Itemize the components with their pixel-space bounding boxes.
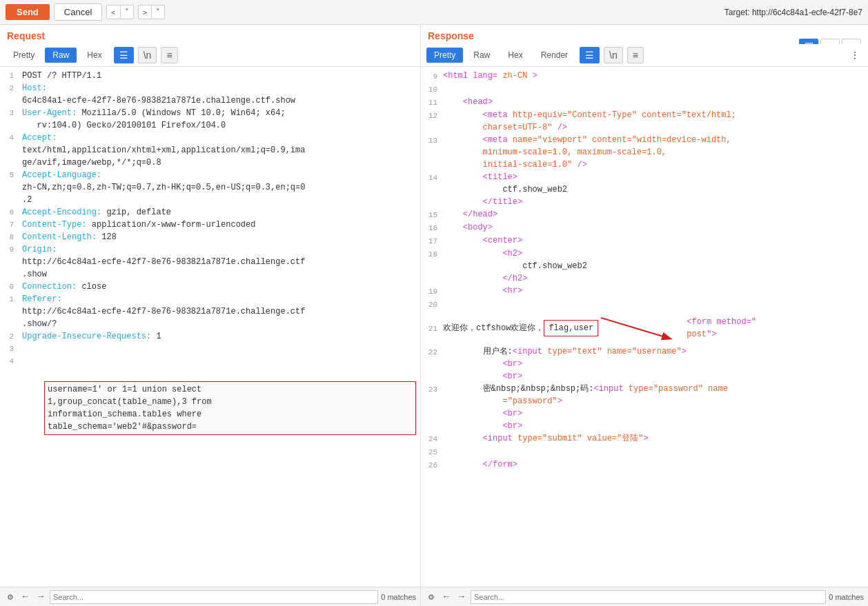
flag-user-box: flag,user [544,320,598,336]
request-search-bar: ⚙ ← → 0 matches [0,587,420,606]
response-line-21: 21 欢迎你，ctfshow欢迎你， flag,user <form metho… [421,311,868,345]
request-wrap-button[interactable]: \n [138,47,157,63]
request-matches-count: 0 matches [381,593,416,601]
red-arrow-annotation [601,311,684,345]
response-line-22: 22 用户名:<input type="text" name="username… [421,345,868,383]
response-back-icon[interactable]: ← [440,591,453,603]
request-line-2b: 6c4c84a1-ecfe-42f7-8e76-983821a7871e.cha… [0,94,420,107]
request-search-input[interactable] [50,590,378,604]
request-line-9: 9 Origin: [0,243,420,256]
nav-right-dropdown-button[interactable]: ˅ [152,6,164,19]
request-line-3: 3 User-Agent: Mozilla/5.0 (Windows NT 10… [0,107,420,132]
request-line-5b: zh-CN,zh;q=0.8,zh-TW;q=0.7,zh-HK;q=0.5,e… [0,181,420,206]
request-line-11b: http://6c4c84a1-ecfe-42f7-8e76-983821a78… [0,305,420,330]
request-line-11: 1 Referer: [0,293,420,305]
target-url: Target: http://6c4c84a1-ecfe-42f7-8e7 [724,8,862,17]
request-line-2: 2 Host: [0,82,420,94]
nav-right-group: > ˅ [138,5,165,19]
response-tabs-bar: Pretty Raw Hex Render ☰ \n ≡ ⋮ [421,44,868,67]
response-wrap-button[interactable]: \n [604,47,623,63]
cancel-button[interactable]: Cancel [54,3,102,21]
response-tab-hex[interactable]: Hex [500,48,530,63]
response-search-input[interactable] [471,590,826,604]
request-line-1: 1 POST /? HTTP/1.1 [0,70,420,82]
request-tab-pretty[interactable]: Pretty [6,48,42,63]
request-tabs-bar: Pretty Raw Hex ☰ \n ≡ [0,44,420,67]
response-line-25: 25 [421,445,868,458]
response-side-handle: ⋮ [847,48,862,63]
request-line-9b: http://6c4c84a1-ecfe-42f7-8e76-983821a78… [0,256,420,281]
request-menu-button[interactable]: ≡ [161,47,177,63]
response-search-bar: ⚙ ← → 0 matches [421,587,868,606]
request-code-area[interactable]: 1 POST /? HTTP/1.1 2 Host: 6c4c84a1-ecfe… [0,67,420,587]
request-tab-hex[interactable]: Hex [79,48,109,63]
request-line-10: 0 Connection: close [0,281,420,293]
response-format-button[interactable]: ☰ [580,47,600,63]
request-line-5: 5 Accept-Language: [0,169,420,181]
nav-left-dropdown-button[interactable]: ˅ [121,6,133,19]
nav-left-button[interactable]: < [107,6,120,19]
toolbar: Send Cancel < ˅ > ˅ Target: http://6c4c8… [0,0,868,25]
request-body-box: username=1' or 1=1 union select1,group_c… [44,381,416,435]
response-settings-icon[interactable]: ⚙ [425,591,437,603]
response-line-15: 15 </head> [421,208,868,221]
response-tab-pretty[interactable]: Pretty [426,48,463,63]
response-tab-raw[interactable]: Raw [466,48,497,63]
response-line-20: 20 [421,298,868,311]
nav-right-button[interactable]: > [139,6,152,19]
request-settings-icon[interactable]: ⚙ [4,591,17,603]
request-line-8: 8 Content-Length: 128 [0,231,420,243]
request-line-13: 3 [0,343,420,355]
response-forward-icon[interactable]: → [455,591,468,603]
request-forward-icon[interactable]: → [34,591,47,603]
response-line-16: 16 <body> [421,221,868,234]
response-line-17: 17 <center> [421,234,868,248]
request-line-12: 2 Upgrade-Insecure-Requests: 1 [0,330,420,343]
response-line-14: 14 <title> ctf.show_web2 </title> [421,171,868,208]
nav-left-group: < ˅ [106,5,133,19]
request-line-4b: text/html,application/xhtml+xml,applicat… [0,144,420,169]
svg-line-1 [601,318,670,339]
response-line-19: 19 <hr> [421,285,868,298]
main-area: Request Pretty Raw Hex ☰ \n ≡ 1 POST /? … [0,25,868,606]
response-line-24: 24 <input type="submit" value="登陆"> [421,432,868,445]
response-menu-button[interactable]: ≡ [627,47,644,63]
response-line-13: 13 <meta name="viewport" content="width=… [421,134,868,171]
response-section-header: Response [421,25,868,44]
response-code-area[interactable]: 9 <html lang= zh-CN > 10 11 <head> 12 <m… [421,67,868,587]
request-back-icon[interactable]: ← [19,591,32,603]
response-line-11: 11 <head> [421,96,868,109]
response-line-12: 12 <meta http-equiv="Content-Type" conte… [421,109,868,134]
request-line-14: 4 username=1' or 1=1 union select1,group… [0,355,420,461]
request-format-button[interactable]: ☰ [114,47,134,63]
request-line-4: 4 Accept: [0,132,420,144]
request-panel: Request Pretty Raw Hex ☰ \n ≡ 1 POST /? … [0,25,421,606]
response-line-18: 18 ⋮ <h2> ctf.show_web2 </h2> [421,248,868,285]
send-button[interactable]: Send [6,4,50,20]
response-matches-count: 0 matches [829,593,864,601]
response-line-9: 9 <html lang= zh-CN > [421,70,868,83]
request-line-6: 6 Accept-Encoding: gzip, deflate [0,206,420,219]
response-line-26: 26 </form> [421,458,868,472]
response-tab-render[interactable]: Render [533,48,575,63]
request-tab-raw[interactable]: Raw [45,48,77,63]
response-panel: Response Pretty Raw Hex Render ☰ \n ≡ ⋮ … [421,25,868,606]
welcome-text: 欢迎你，ctfshow欢迎你， [443,322,544,334]
response-line-23: 23 密&nbsp;&nbsp;&nbsp;码:<input type="pas… [421,383,868,432]
request-line-7: 7 Content-Type: application/x-www-form-u… [0,219,420,231]
request-section-header: Request [0,25,420,44]
response-line-10: 10 [421,83,868,96]
